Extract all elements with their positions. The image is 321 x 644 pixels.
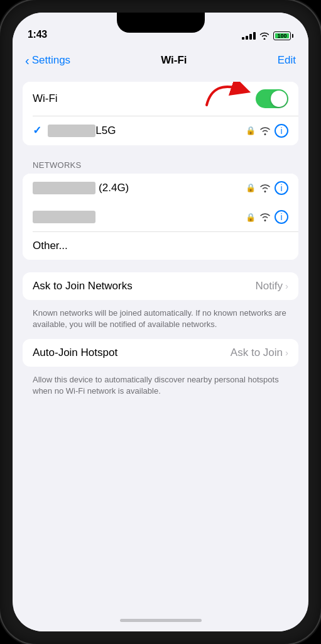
- connected-network-row: ✓ ██████L5G 🔒 i: [23, 116, 298, 145]
- ask-to-join-value-group: Notify ›: [256, 280, 288, 292]
- ask-to-join-row[interactable]: Ask to Join Networks Notify ›: [23, 272, 298, 300]
- wifi-toggle[interactable]: [256, 89, 288, 108]
- networks-section-header: NETWORKS: [13, 150, 308, 174]
- lock-icon-1: 🔒: [246, 183, 256, 192]
- lock-icon: 🔒: [246, 126, 256, 135]
- network2-info-button[interactable]: i: [275, 210, 288, 224]
- network2-icons: 🔒 i: [246, 210, 288, 224]
- network1-blur: ████████: [33, 182, 95, 194]
- phone-shell: 1:43 100: [0, 0, 321, 644]
- connected-network-name: ██████L5G: [48, 125, 246, 137]
- network-name-blur: ██████: [48, 125, 95, 137]
- auto-join-row[interactable]: Auto-Join Hotspot Ask to Join ›: [23, 339, 298, 367]
- toggle-knob: [271, 91, 287, 107]
- content-area: Wi-Fi: [13, 75, 308, 609]
- back-button[interactable]: ‹ Settings: [25, 54, 70, 67]
- back-label: Settings: [32, 54, 70, 67]
- status-icons: 100: [242, 31, 293, 40]
- network1-name: ████████ (2.4G): [33, 182, 246, 194]
- network2-name: ████████: [33, 211, 246, 223]
- auto-join-value-group: Ask to Join ›: [231, 347, 288, 359]
- ask-to-join-card: Ask to Join Networks Notify ›: [23, 272, 298, 300]
- auto-join-helper: Allow this device to automatically disco…: [13, 370, 308, 406]
- checkmark-icon: ✓: [33, 124, 41, 137]
- network-icons: 🔒 i: [246, 124, 288, 138]
- network1-icons: 🔒 i: [246, 181, 288, 195]
- ask-to-join-value: Notify: [256, 280, 283, 292]
- network-info-button[interactable]: i: [275, 124, 288, 138]
- wifi-card: Wi-Fi: [23, 82, 298, 145]
- phone-screen: 1:43 100: [13, 13, 308, 631]
- home-bar: [120, 619, 202, 622]
- home-indicator: [13, 609, 308, 631]
- network2-blur: ████████: [33, 211, 95, 223]
- status-bar: 1:43 100: [13, 13, 308, 45]
- auto-join-value: Ask to Join: [231, 347, 283, 359]
- wifi-toggle-label: Wi-Fi: [33, 92, 58, 105]
- back-chevron-icon: ‹: [25, 54, 30, 67]
- red-arrow-annotation: [200, 82, 257, 111]
- signal-icon: [242, 32, 256, 40]
- ask-to-join-label: Ask to Join Networks: [33, 280, 133, 292]
- ask-to-join-helper: Known networks will be joined automatica…: [13, 304, 308, 339]
- notch: [117, 13, 205, 33]
- wifi-icon-2: [259, 213, 271, 221]
- networks-card: ████████ (2.4G) 🔒 i: [23, 174, 298, 260]
- wifi-status-icon: [259, 32, 269, 40]
- nav-bar: ‹ Settings Wi-Fi Edit: [13, 45, 308, 75]
- chevron-right-icon-2: ›: [285, 347, 288, 358]
- other-network-row[interactable]: Other...: [23, 232, 298, 260]
- network-row-2[interactable]: ████████ 🔒 i: [23, 203, 298, 231]
- chevron-right-icon-1: ›: [285, 280, 288, 291]
- wifi-bars-icon: [259, 126, 271, 135]
- status-time: 1:43: [28, 29, 47, 40]
- network1-suffix: (2.4G): [99, 182, 129, 194]
- network-row-1[interactable]: ████████ (2.4G) 🔒 i: [23, 174, 298, 203]
- auto-join-label: Auto-Join Hotspot: [33, 347, 117, 359]
- network-name-suffix: L5G: [95, 125, 116, 136]
- battery-icon: 100: [273, 31, 293, 40]
- wifi-toggle-row: Wi-Fi: [23, 82, 298, 116]
- spacer-1: [13, 265, 308, 272]
- wifi-icon-1: [259, 184, 271, 192]
- auto-join-card: Auto-Join Hotspot Ask to Join ›: [23, 339, 298, 367]
- lock-icon-2: 🔒: [246, 213, 256, 222]
- network1-info-button[interactable]: i: [275, 181, 288, 195]
- page-title: Wi-Fi: [161, 54, 187, 67]
- other-network-label: Other...: [33, 240, 288, 252]
- edit-button[interactable]: Edit: [278, 54, 296, 67]
